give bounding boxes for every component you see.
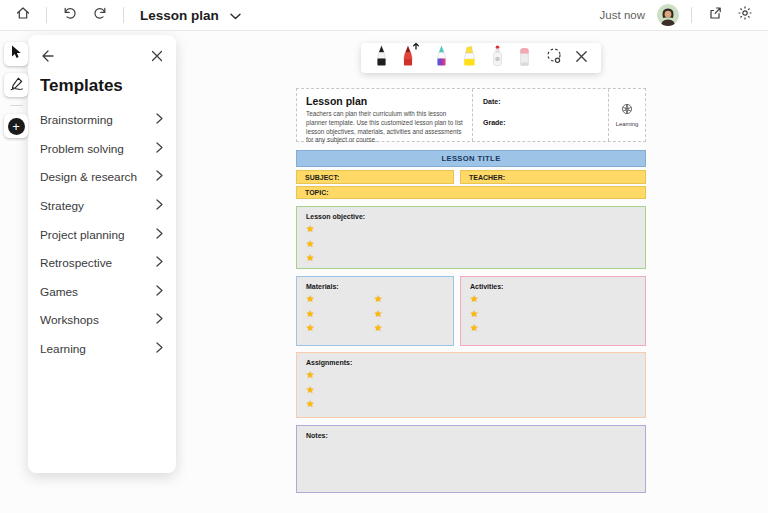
star-icon: ★ — [470, 292, 636, 307]
notes-box[interactable]: Notes: — [296, 425, 646, 493]
gear-icon — [737, 5, 753, 25]
assignments-stars: ★★★ — [306, 368, 636, 412]
chevron-down-icon — [230, 6, 241, 24]
star-icon: ★ — [306, 397, 636, 412]
lasso-select-icon — [545, 47, 563, 69]
materials-stars-col1: ★★★ — [306, 292, 374, 336]
star-icon: ★ — [306, 222, 636, 237]
chevron-right-icon — [156, 256, 163, 270]
star-icon: ★ — [470, 307, 636, 322]
divider — [123, 7, 124, 23]
category-label: Learning — [40, 342, 86, 356]
template-category-learning[interactable]: Learning — [28, 335, 176, 364]
category-label: Games — [40, 285, 78, 299]
star-icon: ★ — [306, 383, 636, 398]
chevron-right-icon — [156, 113, 163, 127]
avatar[interactable] — [657, 4, 679, 26]
plus-icon: + — [8, 118, 25, 135]
template-category-retrospective[interactable]: Retrospective — [28, 249, 176, 278]
lasso-select-button[interactable] — [545, 45, 563, 71]
lesson-header-title: Lesson plan — [306, 95, 463, 107]
assignments-box[interactable]: Assignments: ★★★ — [296, 352, 646, 418]
black-pen-icon — [374, 44, 389, 71]
date-label: Date: — [483, 98, 598, 105]
close-icon — [575, 49, 588, 67]
home-icon — [15, 5, 31, 25]
close-panel-button[interactable] — [151, 50, 163, 62]
chevron-right-icon — [156, 199, 163, 213]
whiteboard-canvas[interactable]: + Templates Brainstorming Problem solvin… — [0, 31, 768, 513]
select-tool-button[interactable] — [4, 42, 28, 66]
template-category-project-planning[interactable]: Project planning — [28, 220, 176, 249]
top-bar: Lesson plan Just now — [0, 0, 768, 31]
settings-button[interactable] — [734, 4, 756, 26]
grade-label: Grade: — [483, 119, 598, 126]
share-icon — [707, 5, 723, 25]
lesson-plan-template[interactable]: Lesson plan Teachers can plan their curr… — [296, 88, 646, 493]
subject-field[interactable]: SUBJECT: — [296, 170, 454, 184]
star-icon: ★ — [306, 368, 636, 383]
lesson-header-description: Teachers can plan their curriculum with … — [306, 110, 463, 145]
assignments-label: Assignments: — [306, 359, 636, 366]
black-pen-button[interactable] — [374, 45, 389, 71]
template-category-problem-solving[interactable]: Problem solving — [28, 135, 176, 164]
spray-marker-button[interactable] — [490, 45, 505, 71]
teacher-field[interactable]: TEACHER: — [460, 170, 646, 184]
star-icon: ★ — [306, 292, 374, 307]
template-category-brainstorming[interactable]: Brainstorming — [28, 106, 176, 135]
template-category-strategy[interactable]: Strategy — [28, 192, 176, 221]
star-icon: ★ — [374, 321, 383, 336]
redo-button[interactable] — [89, 4, 111, 26]
share-button[interactable] — [704, 4, 726, 26]
chevron-right-icon — [156, 228, 163, 242]
close-pen-toolbar-button[interactable] — [575, 45, 588, 71]
objective-stars: ★★★ — [306, 222, 636, 266]
template-category-design-research[interactable]: Design & research — [28, 163, 176, 192]
lesson-objective-box[interactable]: Lesson objective: ★★★ — [296, 206, 646, 269]
back-button[interactable] — [40, 49, 54, 63]
eraser-icon — [517, 44, 532, 71]
materials-box[interactable]: Materials: ★★★ ★★★ — [296, 276, 454, 346]
category-label: Brainstorming — [40, 113, 113, 127]
yellow-highlighter-icon — [461, 44, 478, 71]
topic-field[interactable]: TOPIC: — [296, 186, 646, 199]
learning-category-icon — [621, 103, 633, 116]
board-title: Lesson plan — [140, 8, 219, 23]
save-status: Just now — [600, 9, 645, 21]
board-menu-button[interactable] — [227, 4, 245, 26]
star-icon: ★ — [306, 307, 374, 322]
objective-label: Lesson objective: — [306, 213, 636, 220]
star-icon: ★ — [306, 251, 636, 266]
ink-tool-button[interactable] — [4, 73, 28, 97]
template-category-workshops[interactable]: Workshops — [28, 306, 176, 335]
home-button[interactable] — [12, 4, 34, 26]
galaxy-pen-button[interactable] — [434, 45, 449, 71]
red-pen-button[interactable] — [401, 45, 421, 71]
category-label: Retrospective — [40, 256, 112, 270]
create-new-button[interactable]: + — [4, 114, 28, 138]
materials-stars-col2: ★★★ — [374, 292, 383, 336]
cursor-arrow-icon — [10, 45, 23, 63]
template-category-games[interactable]: Games — [28, 278, 176, 307]
activities-box[interactable]: Activities: ★★★ — [460, 276, 646, 346]
eraser-button[interactable] — [517, 45, 532, 71]
star-icon: ★ — [306, 237, 636, 252]
chevron-right-icon — [156, 313, 163, 327]
undo-icon — [62, 5, 78, 25]
chevron-right-icon — [156, 142, 163, 156]
tool-rail: + — [4, 42, 28, 138]
activities-stars: ★★★ — [470, 292, 636, 336]
divider — [10, 105, 23, 106]
lesson-header-card[interactable]: Lesson plan Teachers can plan their curr… — [296, 88, 646, 142]
star-icon: ★ — [306, 321, 374, 336]
learning-category-label: Learning — [616, 121, 639, 127]
chevron-right-icon — [156, 285, 163, 299]
chevron-right-icon — [156, 170, 163, 184]
panel-title: Templates — [40, 76, 176, 96]
spray-marker-icon — [490, 44, 505, 71]
undo-button[interactable] — [59, 4, 81, 26]
templates-panel: Templates Brainstorming Problem solving … — [28, 35, 176, 473]
highlighter-button[interactable] — [461, 45, 478, 71]
lesson-title-bar[interactable]: LESSON TITLE — [296, 150, 646, 167]
category-label: Workshops — [40, 313, 99, 327]
